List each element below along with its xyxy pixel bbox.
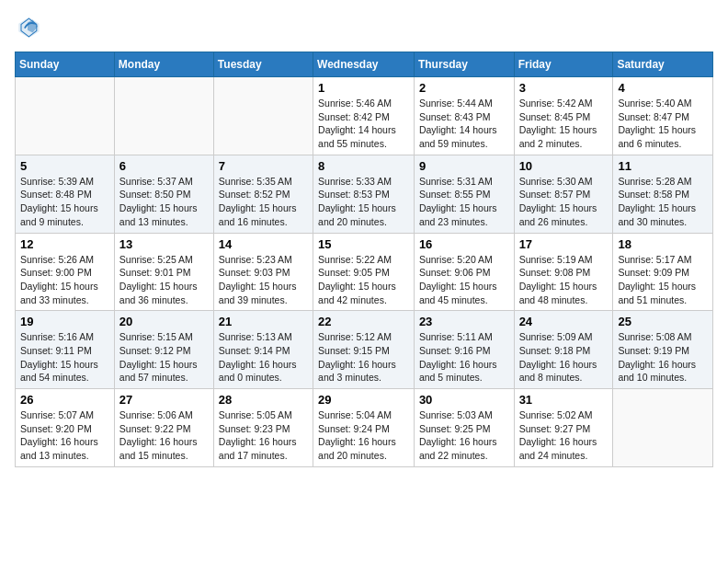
cell-content: Sunrise: 5:06 AM Sunset: 9:22 PM Dayligh…	[119, 408, 209, 463]
week-row-1: 1Sunrise: 5:46 AM Sunset: 8:42 PM Daylig…	[16, 77, 713, 155]
calendar-table: SundayMondayTuesdayWednesdayThursdayFrid…	[15, 52, 713, 467]
week-row-2: 5Sunrise: 5:39 AM Sunset: 8:48 PM Daylig…	[16, 155, 713, 233]
calendar-cell: 12Sunrise: 5:26 AM Sunset: 9:00 PM Dayli…	[16, 233, 115, 311]
calendar-cell: 29Sunrise: 5:04 AM Sunset: 9:24 PM Dayli…	[313, 389, 415, 467]
cell-content: Sunrise: 5:40 AM Sunset: 8:47 PM Dayligh…	[618, 97, 708, 151]
day-number: 5	[20, 159, 109, 173]
cell-content: Sunrise: 5:03 AM Sunset: 9:25 PM Dayligh…	[419, 408, 509, 463]
calendar-cell	[613, 389, 713, 467]
cell-content: Sunrise: 5:07 AM Sunset: 9:20 PM Dayligh…	[20, 408, 109, 463]
cell-content: Sunrise: 5:25 AM Sunset: 9:01 PM Dayligh…	[119, 253, 209, 307]
cell-content: Sunrise: 5:08 AM Sunset: 9:19 PM Dayligh…	[618, 330, 708, 385]
day-number: 8	[318, 159, 409, 173]
logo	[15, 15, 44, 40]
day-number: 7	[219, 159, 308, 173]
cell-content: Sunrise: 5:11 AM Sunset: 9:16 PM Dayligh…	[419, 330, 509, 385]
day-header-wednesday: Wednesday	[313, 52, 415, 77]
day-number: 27	[119, 393, 209, 407]
cell-content: Sunrise: 5:46 AM Sunset: 8:42 PM Dayligh…	[318, 97, 409, 151]
calendar-cell: 23Sunrise: 5:11 AM Sunset: 9:16 PM Dayli…	[414, 311, 514, 389]
calendar-cell: 14Sunrise: 5:23 AM Sunset: 9:03 PM Dayli…	[213, 233, 313, 311]
day-header-friday: Friday	[514, 52, 613, 77]
cell-content: Sunrise: 5:19 AM Sunset: 9:08 PM Dayligh…	[519, 253, 609, 307]
cell-content: Sunrise: 5:15 AM Sunset: 9:12 PM Dayligh…	[119, 330, 209, 385]
calendar-cell	[16, 77, 115, 155]
day-number: 25	[618, 315, 708, 328]
cell-content: Sunrise: 5:44 AM Sunset: 8:43 PM Dayligh…	[419, 97, 509, 151]
day-number: 6	[119, 159, 209, 173]
calendar-cell: 13Sunrise: 5:25 AM Sunset: 9:01 PM Dayli…	[114, 233, 213, 311]
cell-content: Sunrise: 5:16 AM Sunset: 9:11 PM Dayligh…	[20, 330, 109, 385]
calendar-cell: 25Sunrise: 5:08 AM Sunset: 9:19 PM Dayli…	[613, 311, 713, 389]
calendar-cell: 28Sunrise: 5:05 AM Sunset: 9:23 PM Dayli…	[213, 389, 313, 467]
calendar-cell: 5Sunrise: 5:39 AM Sunset: 8:48 PM Daylig…	[16, 155, 115, 233]
day-number: 10	[519, 159, 609, 173]
cell-content: Sunrise: 5:28 AM Sunset: 8:58 PM Dayligh…	[618, 175, 708, 229]
cell-content: Sunrise: 5:23 AM Sunset: 9:03 PM Dayligh…	[219, 253, 308, 307]
day-number: 20	[119, 315, 209, 328]
day-number: 13	[119, 237, 209, 251]
cell-content: Sunrise: 5:35 AM Sunset: 8:52 PM Dayligh…	[219, 175, 308, 229]
calendar-cell: 3Sunrise: 5:42 AM Sunset: 8:45 PM Daylig…	[514, 77, 613, 155]
calendar-cell: 11Sunrise: 5:28 AM Sunset: 8:58 PM Dayli…	[613, 155, 713, 233]
calendar-body: 1Sunrise: 5:46 AM Sunset: 8:42 PM Daylig…	[16, 77, 713, 467]
week-row-3: 12Sunrise: 5:26 AM Sunset: 9:00 PM Dayli…	[16, 233, 713, 311]
calendar-cell: 4Sunrise: 5:40 AM Sunset: 8:47 PM Daylig…	[613, 77, 713, 155]
calendar-cell: 30Sunrise: 5:03 AM Sunset: 9:25 PM Dayli…	[414, 389, 514, 467]
calendar-cell: 21Sunrise: 5:13 AM Sunset: 9:14 PM Dayli…	[213, 311, 313, 389]
page-header	[15, 15, 713, 40]
day-number: 21	[219, 315, 308, 328]
calendar-cell: 20Sunrise: 5:15 AM Sunset: 9:12 PM Dayli…	[114, 311, 213, 389]
calendar-cell: 18Sunrise: 5:17 AM Sunset: 9:09 PM Dayli…	[613, 233, 713, 311]
day-header-saturday: Saturday	[613, 52, 713, 77]
calendar-cell: 1Sunrise: 5:46 AM Sunset: 8:42 PM Daylig…	[313, 77, 415, 155]
day-header-tuesday: Tuesday	[213, 52, 313, 77]
calendar-cell: 24Sunrise: 5:09 AM Sunset: 9:18 PM Dayli…	[514, 311, 613, 389]
calendar-cell: 22Sunrise: 5:12 AM Sunset: 9:15 PM Dayli…	[313, 311, 415, 389]
calendar-cell: 10Sunrise: 5:30 AM Sunset: 8:57 PM Dayli…	[514, 155, 613, 233]
day-number: 3	[519, 81, 609, 95]
calendar-cell: 17Sunrise: 5:19 AM Sunset: 9:08 PM Dayli…	[514, 233, 613, 311]
day-number: 23	[419, 315, 509, 328]
cell-content: Sunrise: 5:13 AM Sunset: 9:14 PM Dayligh…	[219, 330, 308, 385]
cell-content: Sunrise: 5:20 AM Sunset: 9:06 PM Dayligh…	[419, 253, 509, 307]
day-number: 2	[419, 81, 509, 95]
day-number: 31	[519, 393, 609, 407]
day-number: 24	[519, 315, 609, 328]
day-number: 22	[318, 315, 409, 328]
day-number: 15	[318, 237, 409, 251]
day-header-monday: Monday	[114, 52, 213, 77]
day-number: 28	[219, 393, 308, 407]
day-header-thursday: Thursday	[414, 52, 514, 77]
calendar-cell: 2Sunrise: 5:44 AM Sunset: 8:43 PM Daylig…	[414, 77, 514, 155]
calendar-cell: 7Sunrise: 5:35 AM Sunset: 8:52 PM Daylig…	[213, 155, 313, 233]
week-row-4: 19Sunrise: 5:16 AM Sunset: 9:11 PM Dayli…	[16, 311, 713, 389]
day-number: 12	[20, 237, 109, 251]
day-number: 29	[318, 393, 409, 407]
cell-content: Sunrise: 5:30 AM Sunset: 8:57 PM Dayligh…	[519, 175, 609, 229]
calendar-cell: 9Sunrise: 5:31 AM Sunset: 8:55 PM Daylig…	[414, 155, 514, 233]
day-number: 11	[618, 159, 708, 173]
cell-content: Sunrise: 5:04 AM Sunset: 9:24 PM Dayligh…	[318, 408, 409, 463]
day-header-sunday: Sunday	[16, 52, 115, 77]
cell-content: Sunrise: 5:12 AM Sunset: 9:15 PM Dayligh…	[318, 330, 409, 385]
calendar-cell	[213, 77, 313, 155]
day-number: 30	[419, 393, 509, 407]
cell-content: Sunrise: 5:05 AM Sunset: 9:23 PM Dayligh…	[219, 408, 308, 463]
logo-icon	[15, 15, 40, 40]
cell-content: Sunrise: 5:37 AM Sunset: 8:50 PM Dayligh…	[119, 175, 209, 229]
cell-content: Sunrise: 5:26 AM Sunset: 9:00 PM Dayligh…	[20, 253, 109, 307]
calendar-header: SundayMondayTuesdayWednesdayThursdayFrid…	[16, 52, 713, 77]
calendar-cell: 16Sunrise: 5:20 AM Sunset: 9:06 PM Dayli…	[414, 233, 514, 311]
calendar-cell: 31Sunrise: 5:02 AM Sunset: 9:27 PM Dayli…	[514, 389, 613, 467]
day-number: 4	[618, 81, 708, 95]
header-row: SundayMondayTuesdayWednesdayThursdayFrid…	[16, 52, 713, 77]
cell-content: Sunrise: 5:39 AM Sunset: 8:48 PM Dayligh…	[20, 175, 109, 229]
calendar-cell: 19Sunrise: 5:16 AM Sunset: 9:11 PM Dayli…	[16, 311, 115, 389]
calendar-cell: 8Sunrise: 5:33 AM Sunset: 8:53 PM Daylig…	[313, 155, 415, 233]
day-number: 9	[419, 159, 509, 173]
calendar-cell: 6Sunrise: 5:37 AM Sunset: 8:50 PM Daylig…	[114, 155, 213, 233]
cell-content: Sunrise: 5:17 AM Sunset: 9:09 PM Dayligh…	[618, 253, 708, 307]
calendar-cell: 27Sunrise: 5:06 AM Sunset: 9:22 PM Dayli…	[114, 389, 213, 467]
calendar-cell: 26Sunrise: 5:07 AM Sunset: 9:20 PM Dayli…	[16, 389, 115, 467]
